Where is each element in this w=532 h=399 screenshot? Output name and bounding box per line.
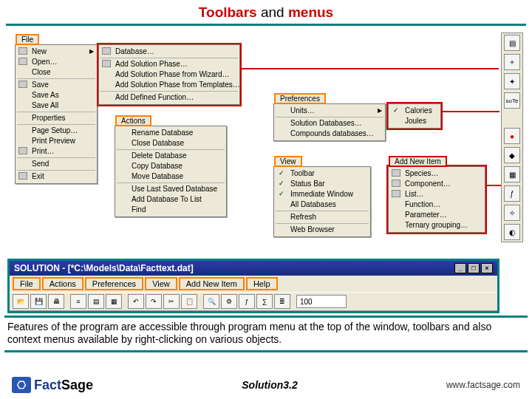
toolbar-button[interactable]: ＋: [504, 54, 520, 70]
menu-item-printpreview[interactable]: Print Preview: [16, 136, 97, 146]
menu-item-toolbar[interactable]: ✓Toolbar: [274, 168, 370, 179]
menu-item-label: Add Solution Phase…: [115, 60, 188, 68]
toolbar-button[interactable]: ◐: [504, 224, 520, 240]
menu-item-properties[interactable]: Properties: [16, 113, 97, 123]
menu-item-addfunction[interactable]: Add Defined Function…: [99, 92, 239, 103]
menubar-help[interactable]: Help: [246, 277, 278, 290]
menubar-addnewitem[interactable]: Add New Item: [179, 277, 245, 290]
menu-item-pagesetup[interactable]: Page Setup…: [16, 126, 97, 136]
menu-item[interactable]: Delete Database: [115, 151, 226, 161]
exit-icon: [18, 172, 27, 180]
close-button[interactable]: ×: [481, 263, 493, 273]
menu-item-alldb[interactable]: All Databases: [274, 200, 370, 210]
check-icon: ✓: [279, 179, 284, 188]
menu-item-label: Print…: [32, 147, 55, 155]
toolbar-button[interactable]: ✂: [163, 294, 180, 309]
toolbar-button[interactable]: 🖶: [48, 294, 64, 309]
main-toolbar: 📂 💾 🖶 ≡ ▤ ▦ ↶ ↷ ✂ 📋 🔍 ⚙ ƒ ∑ ≣: [10, 292, 497, 311]
menu-item[interactable]: Find: [115, 205, 226, 215]
toolbar-button[interactable]: ↶: [128, 294, 144, 309]
menu-separator: [117, 149, 225, 150]
menu-item[interactable]: Move Database: [115, 171, 226, 182]
menu-item-database[interactable]: Database…: [99, 47, 239, 57]
menubar-preferences[interactable]: Preferences: [85, 277, 143, 290]
view-menu-label[interactable]: View: [274, 156, 302, 167]
menu-item[interactable]: Parameter…: [389, 210, 485, 220]
menu-item-saveas[interactable]: Save As: [16, 90, 97, 100]
toolbar-button[interactable]: ƒ: [504, 185, 520, 202]
menu-item[interactable]: Copy Database: [115, 161, 226, 171]
menu-item[interactable]: List…: [389, 189, 485, 200]
menu-item-label: Close: [32, 68, 51, 76]
actions-menu-label[interactable]: Actions: [115, 115, 151, 126]
menu-item-immediate[interactable]: ✓Immediate Window: [274, 189, 370, 200]
menu-item-statusbar[interactable]: ✓Status Bar: [274, 179, 370, 189]
file-menu-label[interactable]: File: [16, 34, 39, 45]
toolbar-button[interactable]: ↷: [146, 294, 162, 309]
toolbar-button[interactable]: 💾: [30, 294, 47, 309]
toolbar-button[interactable]: ▦: [106, 294, 122, 309]
menu-item-addsoln[interactable]: Add Solution Phase…: [99, 59, 239, 69]
menu-item-calories[interactable]: ✓Calories: [389, 106, 440, 116]
toolbar-button[interactable]: ◆: [504, 147, 520, 163]
toolbar-button[interactable]: soTe: [504, 92, 520, 109]
toolbar-button[interactable]: ▤: [88, 294, 104, 309]
addnew-menu-label[interactable]: Add New Item: [389, 156, 447, 167]
menu-item[interactable]: Add Database To List: [115, 194, 226, 205]
menu-item-addsoln-templates[interactable]: Add Solution Phase from Templates…: [99, 80, 239, 90]
menu-item[interactable]: Ternary grouping…: [389, 220, 485, 231]
check-icon: ✓: [279, 189, 284, 198]
menu-item-close[interactable]: Close: [16, 67, 97, 78]
menu-item-refresh[interactable]: Refresh: [274, 212, 370, 222]
menu-item-print[interactable]: Print…: [16, 146, 97, 157]
toolbar-button[interactable]: 🔍: [203, 294, 219, 309]
menubar-file[interactable]: File: [13, 277, 41, 290]
toolbar-button[interactable]: ƒ: [239, 294, 255, 309]
menubar-actions[interactable]: Actions: [42, 277, 83, 290]
menu-item-send[interactable]: Send: [16, 159, 97, 169]
menu-item[interactable]: Close Database: [115, 138, 226, 149]
menu-item[interactable]: Use Last Saved Database: [115, 184, 226, 194]
menu-item-joules[interactable]: Joules: [389, 116, 440, 126]
menu-item-saveall[interactable]: Save All: [16, 100, 97, 111]
zoom-input[interactable]: [296, 295, 347, 308]
minimize-button[interactable]: _: [454, 263, 466, 273]
menu-item-save[interactable]: Save: [16, 80, 97, 90]
toolbar-button[interactable]: ✦: [504, 73, 520, 89]
menu-item[interactable]: Component…: [389, 179, 485, 189]
page-title: Toolbars and menus: [0, 0, 532, 22]
addnew-menu: Add New Item Species… Component… List… F…: [388, 166, 485, 233]
menu-item-open[interactable]: Open…: [16, 57, 97, 67]
toolbar-button[interactable]: ▦: [504, 166, 520, 183]
menu-item[interactable]: Solution Databases…: [274, 118, 385, 129]
toolbar-button[interactable]: ●: [504, 128, 520, 144]
toolbar-button[interactable]: ∑: [256, 294, 273, 309]
menubar-view[interactable]: View: [145, 277, 177, 290]
check-icon: ✓: [393, 106, 399, 115]
toolbar-button[interactable]: 📋: [181, 294, 197, 309]
menu-item-label: All Databases: [290, 200, 336, 208]
toolbar-button[interactable]: ✧: [504, 205, 520, 221]
fx-icon: ƒ: [510, 190, 514, 198]
menu-item-label: Print Preview: [32, 137, 75, 145]
menu-item-label: Web Browser: [290, 225, 335, 233]
menu-item-new[interactable]: New▶: [16, 47, 97, 57]
menu-item-addsoln-wizard[interactable]: Add Solution Phase from Wizard…: [99, 69, 239, 80]
toolbar-button[interactable]: ⚙: [221, 294, 237, 309]
toolbar-button[interactable]: ≡: [70, 294, 86, 309]
menu-item-label: Save All: [32, 101, 58, 109]
menu-item-label: Toolbar: [290, 169, 315, 177]
menu-item-webbrowser[interactable]: Web Browser: [274, 225, 370, 235]
toolbar-button[interactable]: ▤: [504, 35, 520, 51]
menu-item[interactable]: Function…: [389, 200, 485, 210]
toolbar-button[interactable]: 📂: [13, 294, 29, 309]
menu-item-units[interactable]: Units…▶: [274, 106, 385, 116]
maximize-button[interactable]: □: [468, 263, 480, 273]
menu-item[interactable]: Compounds databases…: [274, 129, 385, 139]
menu-item-exit[interactable]: Exit: [16, 171, 97, 182]
toolbar-button[interactable]: ≣: [274, 294, 290, 309]
menu-item[interactable]: Species…: [389, 168, 485, 179]
menu-item[interactable]: Rename Database: [115, 128, 226, 138]
preferences-menu-label[interactable]: Preferences: [274, 93, 326, 104]
menu-item-label: Page Setup…: [32, 126, 78, 134]
